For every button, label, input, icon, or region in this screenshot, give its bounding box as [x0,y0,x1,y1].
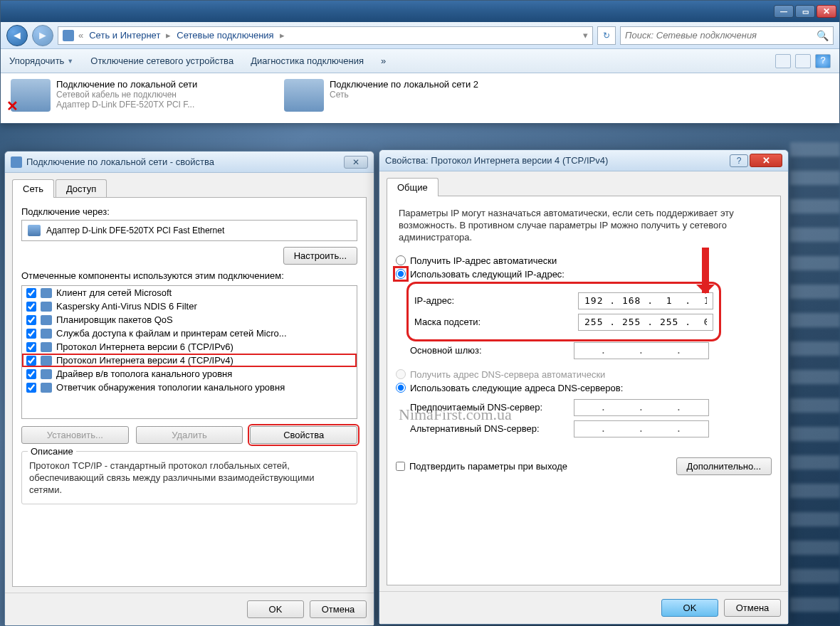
component-checkbox[interactable] [26,356,36,366]
components-label: Отмеченные компоненты используются этим … [21,270,357,281]
search-input[interactable] [625,30,817,41]
refresh-button[interactable]: ↻ [597,26,616,45]
tab-general[interactable]: Общие [387,178,439,196]
ip-address-input[interactable] [578,292,713,309]
component-row[interactable]: Ответчик обнаружения топологии канальног… [22,381,357,394]
close-button[interactable]: ✕ [344,156,368,169]
gateway-input[interactable] [574,342,709,359]
cancel-button[interactable]: Отмена [310,600,367,618]
adapter-name-box: Адаптер D-Link DFE-520TX PCI Fast Ethern… [21,220,357,241]
component-icon [41,342,52,352]
minimize-button[interactable]: — [774,5,794,18]
component-label: Протокол Интернета версии 4 (TCP/IPv4) [56,355,233,366]
search-box[interactable]: 🔍 [620,26,834,45]
ip-address-label: IP-адрес: [414,295,578,306]
ok-button[interactable]: OK [661,599,718,617]
toolbar-diagnose[interactable]: Диагностика подключения [251,55,364,66]
radio-auto-ip-input[interactable] [396,255,406,265]
ipv4-properties-dialog: Свойства: Протокол Интернета версии 4 (T… [379,149,789,625]
conn-title: Подключение по локальной сети 2 [330,79,478,90]
install-button[interactable]: Установить... [21,426,129,444]
radio-manual-ip[interactable]: Использовать следующий IP-адрес: [396,269,772,280]
ipv4-intro-text: Параметры IP могут назначаться автоматич… [396,205,772,253]
component-checkbox[interactable] [26,302,36,312]
component-row[interactable]: Клиент для сетей Microsoft [22,286,357,299]
conn-status: Сеть [330,90,478,100]
component-row[interactable]: Протокол Интернета версии 6 (TCP/IPv6) [22,340,357,354]
network-icon [11,156,22,168]
maximize-button[interactable]: ▭ [795,5,815,18]
remove-button[interactable]: Удалить [136,426,243,444]
component-label: Ответчик обнаружения топологии канальног… [56,382,285,393]
dns2-label: Альтернативный DNS-сервер: [410,423,574,434]
help-icon[interactable]: ? [815,54,831,68]
tab-access[interactable]: Доступ [56,179,107,198]
conn-title: Подключение по локальной сети [56,79,197,90]
component-icon [41,383,52,393]
close-button[interactable]: ✕ [750,154,782,167]
breadcrumb[interactable]: « Сеть и Интернет ▸ Сетевые подключения … [58,26,593,45]
dns1-input[interactable] [574,399,709,416]
view-icon-2[interactable] [795,54,811,68]
network-adapter-icon [11,79,51,112]
component-icon [41,369,52,379]
connections-list: Подключение по локальной сети Сетевой ка… [1,73,839,123]
cancel-button[interactable]: Отмена [724,599,781,617]
connection-item-1[interactable]: Подключение по локальной сети 2 Сеть [284,79,540,117]
description-legend: Описание [28,446,76,457]
radio-auto-dns-input [396,369,406,379]
radio-manual-ip-input[interactable] [396,269,406,279]
component-icon [41,356,52,366]
connection-item-0[interactable]: Подключение по локальной сети Сетевой ка… [11,79,267,117]
advanced-button[interactable]: Дополнительно... [676,457,772,475]
subnet-mask-input[interactable] [578,314,713,331]
configure-button[interactable]: Настроить... [283,247,357,265]
component-icon [41,288,52,298]
breadcrumb-sep: « [77,30,85,41]
toolbar-disable-device[interactable]: Отключение сетевого устройства [90,55,233,66]
dns2-input[interactable] [574,420,709,437]
radio-manual-dns[interactable]: Использовать следующие адреса DNS-сервер… [396,383,772,393]
connection-properties-dialog: Подключение по локальной сети - свойства… [4,151,374,626]
component-checkbox[interactable] [26,342,36,352]
explorer-titlebar: — ▭ ✕ [1,1,839,22]
confirm-on-exit-checkbox[interactable]: Подтвердить параметры при выходе [396,461,567,472]
properties-button[interactable]: Свойства [250,426,357,444]
forward-button[interactable]: ► [32,25,53,46]
components-list[interactable]: Клиент для сетей MicrosoftKaspersky Anti… [21,285,357,419]
radio-auto-dns: Получить адрес DNS-сервера автоматически [396,369,772,380]
component-label: Планировщик пакетов QoS [56,314,173,325]
component-row[interactable]: Планировщик пакетов QoS [22,313,357,327]
tab-network[interactable]: Сеть [12,179,54,198]
component-icon [41,329,52,339]
toolbar-organize[interactable]: Упорядочить ▼ [9,55,73,66]
component-row[interactable]: Kaspersky Anti-Virus NDIS 6 Filter [22,299,357,313]
explorer-toolbar: Упорядочить ▼ Отключение сетевого устрой… [1,49,839,73]
radio-auto-ip[interactable]: Получить IP-адрес автоматически [396,255,772,266]
ok-button[interactable]: OK [247,600,304,618]
component-checkbox[interactable] [26,315,36,325]
component-label: Драйвер в/в тополога канального уровня [56,368,232,379]
back-button[interactable]: ◄ [6,25,28,46]
component-checkbox[interactable] [26,369,36,379]
component-checkbox[interactable] [26,329,36,339]
component-label: Служба доступа к файлам и принтерам сете… [56,328,287,339]
help-button[interactable]: ? [730,154,748,167]
component-checkbox[interactable] [26,288,36,298]
toolbar-more[interactable]: » [381,55,386,66]
component-row[interactable]: Служба доступа к файлам и принтерам сете… [22,327,357,340]
radio-manual-dns-input[interactable] [396,383,406,393]
dialog-title: Подключение по локальной сети - свойства [26,156,344,167]
close-button[interactable]: ✕ [817,5,836,18]
view-icon-1[interactable] [775,54,791,68]
annotation-arrow-icon [702,248,709,293]
confirm-on-exit-input[interactable] [396,462,405,471]
breadcrumb-seg-0[interactable]: Сеть и Интернет [85,30,164,41]
component-checkbox[interactable] [26,383,36,393]
breadcrumb-seg-1[interactable]: Сетевые подключения [172,30,278,41]
component-row[interactable]: Протокол Интернета версии 4 (TCP/IPv4) [22,354,357,367]
dialog-titlebar: Свойства: Протокол Интернета версии 4 (T… [379,150,788,171]
breadcrumb-dropdown[interactable]: ▾ [583,30,588,41]
component-row[interactable]: Драйвер в/в тополога канального уровня [22,367,357,381]
explorer-window: — ▭ ✕ ◄ ► « Сеть и Интернет ▸ Сетевые по… [0,0,840,124]
